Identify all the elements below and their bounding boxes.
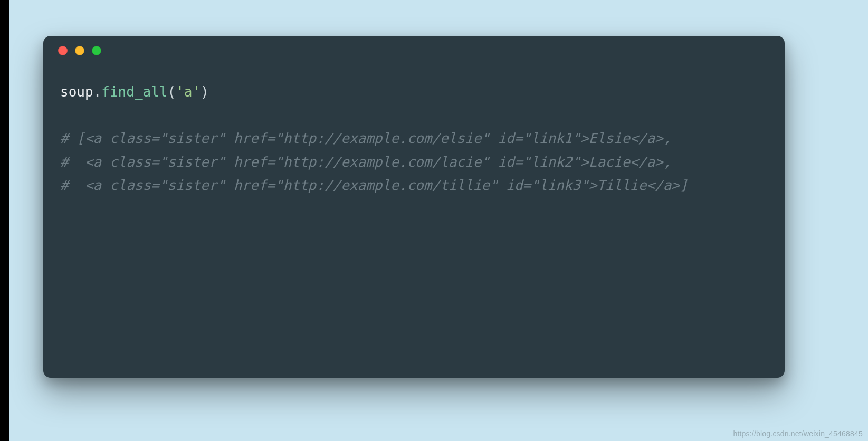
code-comment-line: # [<a class="sister" href="http://exampl…: [60, 130, 671, 146]
close-icon[interactable]: [58, 46, 68, 55]
window-titlebar: [43, 36, 785, 65]
code-comment-line: # <a class="sister" href="http://example…: [60, 154, 671, 170]
minimize-icon[interactable]: [75, 46, 84, 55]
stage: soup.find_all('a') # [<a class="sister" …: [0, 0, 868, 441]
code-identifier: soup: [60, 84, 93, 100]
code-punct-rparen: ): [201, 84, 209, 100]
code-string: 'a': [176, 84, 201, 100]
code-function: find_all: [101, 84, 167, 100]
code-area: soup.find_all('a') # [<a class="sister" …: [43, 65, 785, 214]
left-black-edge: [0, 0, 9, 441]
code-comment-line: # <a class="sister" href="http://example…: [60, 177, 688, 193]
zoom-icon[interactable]: [92, 46, 101, 55]
code-window: soup.find_all('a') # [<a class="sister" …: [43, 36, 785, 378]
watermark-text: https://blog.csdn.net/weixin_45468845: [733, 429, 863, 438]
code-punct-lparen: (: [168, 84, 176, 100]
code-punct-dot: .: [93, 84, 102, 100]
